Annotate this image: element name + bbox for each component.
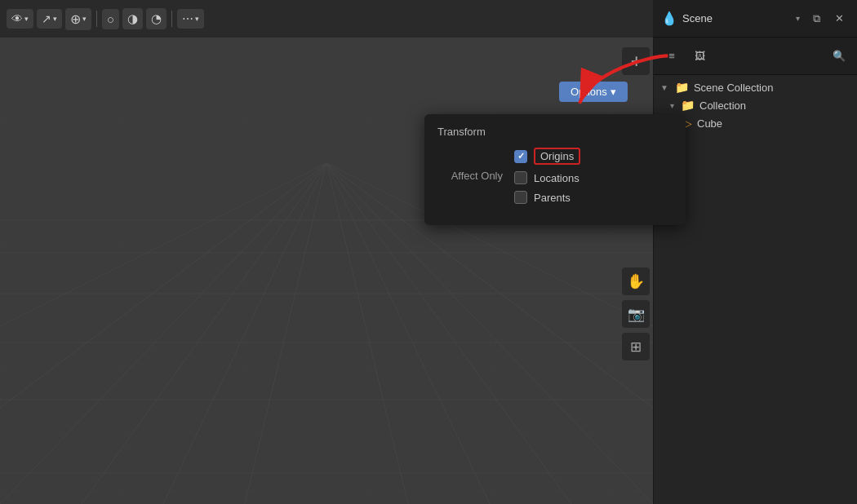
- grid-tool-btn[interactable]: ⊞: [622, 333, 650, 360]
- right-panel-header: ≡ 🖼 🔍: [654, 38, 857, 75]
- outliner-collection[interactable]: ▾ 📁 Collection: [654, 96, 857, 114]
- menu-icon: ≡: [668, 50, 675, 62]
- scene-bar: 💧 Scene ▾ ⧉ ✕: [653, 0, 857, 38]
- collection-icon: 📁: [681, 99, 695, 112]
- transform-title: Transform: [437, 126, 673, 138]
- affect-only-row: Affect Only Origins Locations Parents: [437, 148, 673, 204]
- cube-label: Cube: [697, 117, 722, 130]
- proportional3-btn[interactable]: ◔: [146, 8, 167, 29]
- cursor-tool-btn[interactable]: ✛: [622, 47, 650, 75]
- extra-toolbar-btn[interactable]: ⋯ ▾: [177, 9, 204, 29]
- scene-collection-label: Scene Collection: [694, 82, 774, 94]
- camera-tool-btn[interactable]: 📷: [622, 300, 650, 328]
- transform-btn[interactable]: ↗ ▾: [37, 9, 62, 29]
- collection-chevron: ▾: [670, 101, 674, 110]
- proportional2-icon: ◑: [127, 11, 138, 26]
- proportional-icon: ○: [107, 12, 114, 26]
- scene-name: Scene: [682, 12, 791, 24]
- grid-icon: ⊞: [630, 338, 642, 356]
- origins-label: Origins: [540, 150, 574, 162]
- toolbar-divider-2: [171, 11, 172, 27]
- visibility-chevron: ▾: [24, 15, 29, 23]
- proportional-btn[interactable]: ○: [102, 9, 119, 29]
- collection-label: Collection: [699, 99, 746, 112]
- hand-icon: ✋: [627, 272, 645, 290]
- extra-chevron: ▾: [195, 15, 199, 23]
- camera-icon: 📷: [628, 306, 645, 323]
- origins-label-border: Origins: [534, 148, 580, 165]
- extra-icon: ⋯: [182, 12, 193, 25]
- toolbar-divider-1: [96, 11, 97, 27]
- eye-icon: 👁: [11, 12, 23, 25]
- visibility-btn[interactable]: 👁 ▾: [7, 9, 33, 29]
- top-toolbar: 👁 ▾ ↗ ▾ ⊕ ▾ ○ ◑ ◔ ⋯ ▾: [0, 0, 653, 38]
- scene-water-icon: 💧: [661, 11, 677, 26]
- scene-copy-btn[interactable]: ⧉: [806, 9, 826, 29]
- viewport-grid: [0, 0, 653, 504]
- parents-label: Parents: [534, 192, 571, 204]
- origins-row[interactable]: Origins: [514, 148, 580, 165]
- checkbox-group: Origins Locations Parents: [514, 148, 580, 204]
- transform-chevron: ▾: [53, 15, 57, 23]
- origins-checkbox[interactable]: [514, 150, 527, 163]
- affect-only-label: Affect Only: [437, 170, 503, 182]
- panel-search-btn[interactable]: 🔍: [828, 45, 850, 68]
- locations-checkbox[interactable]: [514, 171, 527, 184]
- options-label: Options: [571, 86, 607, 98]
- scene-collection-chevron: ▼: [660, 83, 668, 92]
- scene-actions: ⧉ ✕: [806, 9, 849, 29]
- proportional3-icon: ◔: [151, 11, 162, 26]
- scene-dropdown[interactable]: 💧 Scene ▾: [661, 11, 800, 26]
- options-chevron: ▾: [611, 86, 616, 98]
- snap-icon: ⊕: [70, 11, 81, 27]
- search-icon: 🔍: [833, 50, 846, 62]
- parents-checkbox[interactable]: [514, 191, 527, 204]
- proportional2-btn[interactable]: ◑: [122, 8, 143, 29]
- parents-row[interactable]: Parents: [514, 191, 580, 204]
- options-button[interactable]: Options ▾: [559, 82, 628, 102]
- panel-menu-btn[interactable]: ≡: [660, 45, 683, 68]
- snap-chevron: ▾: [82, 15, 87, 23]
- 3d-viewport[interactable]: [0, 0, 653, 504]
- transform-icon: ↗: [42, 12, 51, 25]
- scene-collection-icon: 📁: [675, 81, 689, 94]
- scene-close-btn[interactable]: ✕: [829, 9, 849, 29]
- view-icon: 🖼: [695, 50, 705, 62]
- locations-row[interactable]: Locations: [514, 171, 580, 184]
- panel-view-btn[interactable]: 🖼: [688, 45, 711, 68]
- cursor-icon: ✛: [631, 54, 642, 69]
- locations-label: Locations: [534, 172, 579, 184]
- svg-rect-20: [0, 0, 653, 504]
- outliner-scene-collection[interactable]: ▼ 📁 Scene Collection: [654, 78, 857, 96]
- pan-tool-btn[interactable]: ✋: [622, 267, 650, 295]
- scene-chevron: ▾: [796, 14, 800, 23]
- right-panel: ≡ 🖼 🔍 ▼ 📁 Scene Collection ▾ 📁 Collectio…: [653, 0, 857, 504]
- transform-popup: Transform Affect Only Origins Locations …: [424, 114, 686, 225]
- snap-btn[interactable]: ⊕ ▾: [65, 8, 91, 30]
